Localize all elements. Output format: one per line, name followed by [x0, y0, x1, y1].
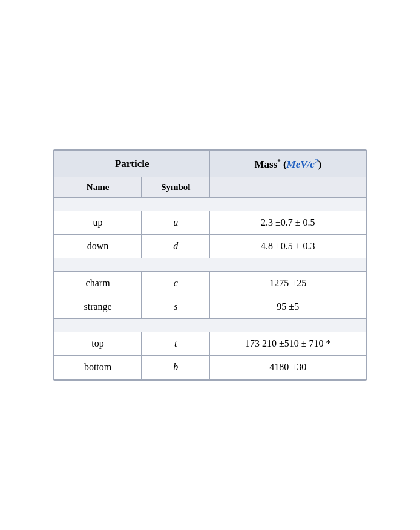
table-row: bottom b 4180 ±30: [54, 355, 366, 379]
mass-label: Mass: [254, 159, 277, 170]
mass-unit-suffix: ): [318, 159, 321, 170]
spacer-cell-1: [54, 197, 366, 211]
name-col-header: Name: [54, 177, 142, 197]
spacer-row-3: [54, 318, 366, 332]
spacer-row-2: [54, 258, 366, 271]
mass-header: Mass* (MeV/c2): [210, 151, 366, 177]
particle-name-down: down: [54, 234, 142, 258]
table-row: down d 4.8 ±0.5 ± 0.3: [54, 234, 366, 258]
particle-name-charm: charm: [54, 271, 142, 295]
particle-symbol-strange: s: [142, 295, 210, 318]
particle-mass-down: 4.8 ±0.5 ± 0.3: [210, 234, 366, 258]
particle-mass-up: 2.3 ±0.7 ± 0.5: [210, 211, 366, 234]
particle-mass-charm: 1275 ±25: [210, 271, 366, 295]
particle-symbol-bottom: b: [142, 355, 210, 379]
particle-table: Particle Mass* (MeV/c2) Name Symbol up: [54, 151, 366, 379]
table-row: charm c 1275 ±25: [54, 271, 366, 295]
particle-name-bottom: bottom: [54, 355, 142, 379]
spacer-cell-2: [54, 258, 366, 271]
mass-unit: MeV/c2: [287, 159, 318, 170]
particle-symbol-up: u: [142, 211, 210, 234]
particle-symbol-down: d: [142, 234, 210, 258]
particle-mass-top: 173 210 ±510 ± 710 *: [210, 332, 366, 355]
particle-name-top: top: [54, 332, 142, 355]
mass-asterisk: *: [277, 157, 281, 165]
mev-text: MeV/: [287, 159, 310, 170]
table-row: top t 173 210 ±510 ± 710 *: [54, 332, 366, 355]
table-row: up u 2.3 ±0.7 ± 0.5: [54, 211, 366, 234]
particle-symbol-charm: c: [142, 271, 210, 295]
c-text: c: [310, 159, 315, 170]
particle-name-up: up: [54, 211, 142, 234]
particle-label: Particle: [115, 158, 149, 169]
particle-mass-strange: 95 ±5: [210, 295, 366, 318]
particle-symbol-top: t: [142, 332, 210, 355]
spacer-cell-3: [54, 318, 366, 332]
header-row-main: Particle Mass* (MeV/c2): [54, 151, 366, 177]
particle-mass-bottom: 4180 ±30: [210, 355, 366, 379]
particle-table-wrapper: Particle Mass* (MeV/c2) Name Symbol up: [53, 149, 367, 381]
particle-header: Particle: [54, 151, 210, 177]
symbol-col-header: Symbol: [142, 177, 210, 197]
header-row-sub: Name Symbol: [54, 177, 366, 197]
mass-col-header: [210, 177, 366, 197]
table-row: strange s 95 ±5: [54, 295, 366, 318]
spacer-row-1: [54, 197, 366, 211]
particle-name-strange: strange: [54, 295, 142, 318]
